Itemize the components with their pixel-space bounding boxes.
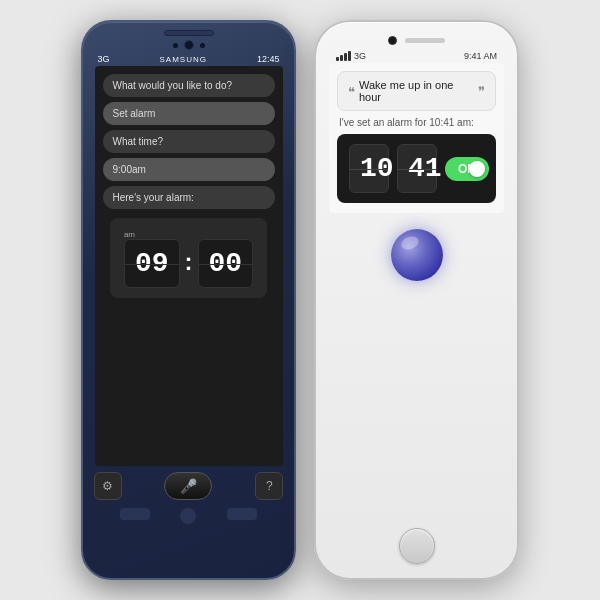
iphone-alarm-hour: 10 [349, 144, 389, 193]
signal-bar-3 [344, 53, 347, 61]
samsung-bubble-3: What time? [103, 130, 275, 153]
siri-orb-area [391, 213, 443, 289]
signal-bar-2 [340, 55, 343, 61]
samsung-sensor-left [173, 43, 178, 48]
samsung-menu-button[interactable] [227, 508, 257, 520]
siri-orb [391, 229, 443, 281]
iphone-alarm-display: 10 41 ON [337, 134, 496, 203]
settings-icon: ⚙ [102, 479, 113, 493]
samsung-bottom-controls: ⚙ 🎤 ? [94, 472, 284, 500]
samsung-phone: 3G SAMSUNG 12:45 What would you like to … [81, 20, 296, 580]
samsung-alarm-display: am 09 : 00 [110, 218, 267, 298]
samsung-alarm-minute: 00 [198, 239, 254, 288]
samsung-alarm-hour: 09 [124, 239, 180, 288]
samsung-time: 12:45 [257, 54, 280, 64]
iphone-alarm-toggle[interactable]: ON [445, 157, 489, 181]
samsung-brand: SAMSUNG [160, 55, 207, 64]
samsung-help-button[interactable]: ? [255, 472, 283, 500]
samsung-sensor-right [200, 43, 205, 48]
iphone-time: 9:41 AM [464, 51, 497, 61]
iphone-status-bar: 3G 9:41 AM [334, 49, 499, 63]
samsung-top-bar: 3G SAMSUNG 12:45 [83, 22, 294, 66]
help-icon: ? [266, 479, 273, 493]
iphone-home-button[interactable] [399, 528, 435, 564]
samsung-screen: What would you like to do? Set alarm Wha… [95, 66, 283, 466]
samsung-home-button[interactable] [180, 508, 196, 524]
samsung-speaker [164, 30, 214, 36]
open-quote-icon: ❝ [348, 84, 355, 99]
siri-query-text: Wake me up in one hour [359, 79, 474, 103]
samsung-status-bar: 3G SAMSUNG 12:45 [94, 52, 284, 66]
samsung-bubble-2: Set alarm [103, 102, 275, 125]
iphone-network: 3G [354, 51, 366, 61]
iphone-top: 3G 9:41 AM [316, 22, 517, 63]
samsung-bubble-4: 9:00am [103, 158, 275, 181]
signal-bar-1 [336, 57, 339, 61]
iphone-camera-row [388, 36, 445, 45]
signal-bar-4 [348, 51, 351, 61]
samsung-camera-row [173, 40, 205, 50]
samsung-bubble-5: Here's your alarm: [103, 186, 275, 209]
iphone-bottom [316, 528, 517, 578]
samsung-am-label: am [124, 230, 135, 239]
iphone-speaker [405, 38, 445, 43]
iphone-alarm-minute: 41 [397, 144, 437, 193]
samsung-signal: 3G [98, 54, 110, 64]
samsung-camera [184, 40, 194, 50]
samsung-colon: : [185, 248, 193, 280]
iphone-screen: ❝ Wake me up in one hour ❞ I've set an a… [329, 63, 504, 213]
iphone-signal-bars [336, 51, 351, 61]
siri-quote-bubble: ❝ Wake me up in one hour ❞ [337, 71, 496, 111]
samsung-back-button[interactable] [120, 508, 150, 520]
samsung-nav-bar [104, 508, 273, 524]
samsung-settings-button[interactable]: ⚙ [94, 472, 122, 500]
samsung-bubble-1: What would you like to do? [103, 74, 275, 97]
siri-response-text: I've set an alarm for 10:41 am: [337, 117, 496, 128]
samsung-mic-button[interactable]: 🎤 [164, 472, 212, 500]
mic-icon: 🎤 [180, 478, 197, 494]
close-quote-icon: ❞ [478, 84, 485, 99]
iphone-camera [388, 36, 397, 45]
iphone: 3G 9:41 AM ❝ Wake me up in one hour ❞ I'… [314, 20, 519, 580]
